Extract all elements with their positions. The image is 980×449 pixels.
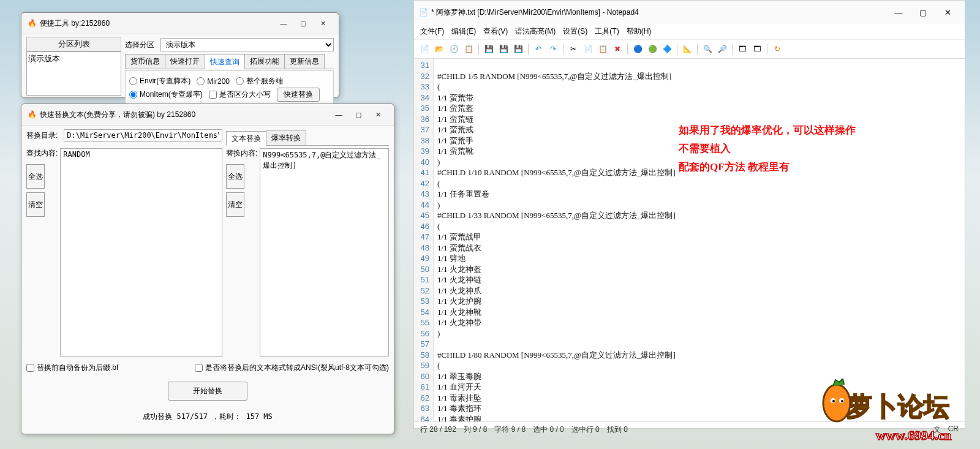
menu-file[interactable]: 文件(F) [420, 26, 444, 37]
menubar: 文件(F) 编辑(E) 查看(V) 语法高亮(M) 设置(S) 工具(T) 帮助… [414, 24, 965, 40]
history-icon[interactable]: 🕘 [447, 42, 461, 56]
replace-status: 成功替换 517/517 ，耗时： 157 MS [26, 412, 389, 422]
tab-update[interactable]: 更新信息 [284, 54, 325, 69]
replace-titlebar[interactable]: 🔥 快速替换文本(免费分享，请勿被骗) by 2152860 — ▢ ✕ [21, 104, 394, 126]
quick-replace-button[interactable]: 快速替换 [277, 88, 320, 102]
close-button[interactable]: ✕ [313, 17, 333, 30]
start-replace-button[interactable]: 开始替换 [168, 382, 247, 401]
copy-icon[interactable]: 📄 [581, 42, 595, 56]
app-icon: 🔥 [28, 19, 36, 28]
status-char: 字符 9 / 8 [494, 424, 526, 435]
saveas-icon[interactable]: 💾 [497, 42, 510, 56]
refresh-icon[interactable]: ↻ [771, 42, 784, 56]
status-linecol: 行 28 / 192 [420, 424, 456, 435]
tab-quickquery[interactable]: 快速查询 [205, 55, 245, 69]
clear-button-right[interactable]: 清空 [226, 192, 244, 217]
dir-label: 替换目录: [26, 130, 58, 141]
tab-currency[interactable]: 货币信息 [125, 54, 165, 69]
minimize-button[interactable]: — [329, 108, 349, 121]
tab-quickopen[interactable]: 快速打开 [165, 54, 205, 69]
gutter: 3132333435363738394041424344454647484950… [414, 59, 434, 421]
replace-label: 替换内容: [226, 148, 257, 160]
replace-textarea[interactable] [260, 148, 389, 357]
status-col: 列 9 / 8 [464, 424, 488, 435]
save-icon[interactable]: 💾 [482, 42, 496, 56]
redo-icon[interactable]: ↷ [546, 42, 560, 56]
status-sel: 选中 0 / 0 [533, 424, 564, 435]
app-icon: 🔥 [28, 110, 36, 119]
check-case[interactable]: 是否区分大小写 [209, 89, 271, 100]
editor[interactable]: 3132333435363738394041424344454647484950… [414, 59, 965, 421]
zone-list-header: 分区列表 [26, 37, 121, 51]
dir-input[interactable] [64, 129, 222, 141]
tool-title: 便捷工具 by:2152860 [40, 18, 110, 29]
menu-edit[interactable]: 编辑(E) [451, 26, 476, 37]
svg-point-0 [823, 385, 850, 421]
paste-icon[interactable]: 📋 [596, 42, 609, 56]
saveall-icon[interactable]: 💾 [511, 42, 525, 56]
svg-point-4 [841, 400, 843, 402]
menu-help[interactable]: 帮助(H) [627, 26, 652, 37]
maximize-button[interactable]: ▢ [349, 108, 368, 121]
clear-button-left[interactable]: 清空 [26, 192, 45, 217]
menu-view[interactable]: 查看(V) [483, 26, 508, 37]
notepad-titlebar[interactable]: 📄 * 阿修罗神.txt [D:\MirServer\Mir200\Envir\… [414, 1, 965, 24]
new-icon[interactable]: 📄 [418, 42, 431, 56]
selectall-button-right[interactable]: 全选 [226, 164, 244, 189]
tool-tabs: 货币信息 快速打开 快速查询 拓展功能 更新信息 [125, 54, 334, 69]
zoomin-icon[interactable]: 🔍 [701, 42, 714, 56]
minimize-button[interactable]: — [274, 17, 293, 30]
replace-tabs: 文本替换 爆率转换 [226, 130, 389, 146]
recent-icon[interactable]: 📋 [462, 42, 475, 56]
toolbar: 📄 📂 🕘 📋 💾 💾 💾 ↶ ↷ ✂ 📄 📋 ✖ 🔵 🟢 🔷 📐 🔍 🔎 🗔 … [414, 40, 965, 59]
status-find: 找到 0 [607, 424, 628, 435]
site-logo: 萝卜论坛 www.6994.cn [810, 379, 980, 449]
menu-tools[interactable]: 工具(T) [595, 26, 619, 37]
close-button[interactable]: ✕ [935, 4, 960, 20]
zone-listbox[interactable]: 演示版本 [26, 51, 121, 96]
settings-icon[interactable]: 🗔 [750, 42, 764, 56]
logo-url: www.6994.cn [876, 428, 951, 443]
search-textarea[interactable] [60, 148, 222, 357]
menu-syntax[interactable]: 语法高亮(M) [515, 26, 556, 37]
radio-mir200[interactable]: Mir200 [197, 77, 230, 86]
find-icon[interactable]: 🔵 [631, 42, 644, 56]
cut-icon[interactable]: ✂ [567, 42, 580, 56]
select-zone-label: 选择分区 [125, 40, 154, 50]
replace-window: 🔥 快速替换文本(免费分享，请勿被骗) by 2152860 — ▢ ✕ 替换目… [21, 104, 394, 434]
check-ansi[interactable]: 是否将替换后的文本格式转成ANSI(裂风utf-8文本可勾选) [195, 363, 389, 373]
replace-icon[interactable]: 🟢 [646, 42, 659, 56]
search-label: 查找内容: [26, 148, 58, 160]
tool-window: 🔥 便捷工具 by:2152860 — ▢ ✕ 分区列表 演示版本 选择分区 演… [21, 12, 339, 98]
tab-rate-convert[interactable]: 爆率转换 [266, 130, 306, 145]
radio-monitem[interactable]: MonItem(专查爆率) [129, 89, 203, 100]
code-area[interactable]: 如果用了我的爆率优化，可以这样操作 不需要植入 配套的QF方法 教程里有 #CH… [434, 59, 965, 421]
list-item[interactable]: 演示版本 [28, 53, 119, 64]
menu-settings[interactable]: 设置(S) [563, 26, 587, 37]
radio-whole[interactable]: 整个服务端 [236, 76, 283, 86]
undo-icon[interactable]: ↶ [532, 42, 545, 56]
check-backup[interactable]: 替换前自动备份为后缀.bf [26, 363, 118, 373]
theme-icon[interactable]: 🗔 [736, 42, 749, 56]
open-icon[interactable]: 📂 [432, 42, 446, 56]
overlay-note: 如果用了我的爆率优化，可以这样操作 不需要植入 配套的QF方法 教程里有 [679, 121, 856, 176]
notepad-icon: 📄 [419, 8, 428, 17]
wrap-icon[interactable]: 📐 [680, 42, 694, 56]
maximize-button[interactable]: ▢ [911, 4, 935, 20]
zoomout-icon[interactable]: 🔎 [715, 42, 729, 56]
tool-titlebar[interactable]: 🔥 便捷工具 by:2152860 — ▢ ✕ [21, 13, 339, 34]
radio-envir[interactable]: Envir(专查脚本) [129, 76, 190, 86]
maximize-button[interactable]: ▢ [293, 17, 313, 30]
notepad-title: * 阿修罗神.txt [D:\MirServer\Mir200\Envir\Mo… [431, 7, 639, 18]
tab-extend[interactable]: 拓展功能 [244, 54, 285, 69]
selectall-button-left[interactable]: 全选 [26, 164, 45, 189]
zone-select[interactable]: 演示版本 [160, 38, 334, 51]
goto-icon[interactable]: 🔷 [660, 42, 674, 56]
minimize-button[interactable]: — [886, 4, 911, 20]
delete-icon[interactable]: ✖ [611, 42, 624, 56]
svg-point-3 [832, 400, 835, 402]
logo-text: 萝卜论坛 [846, 393, 949, 421]
status-selline: 选中行 0 [571, 424, 600, 435]
close-button[interactable]: ✕ [368, 108, 388, 121]
tab-text-replace[interactable]: 文本替换 [226, 131, 266, 146]
